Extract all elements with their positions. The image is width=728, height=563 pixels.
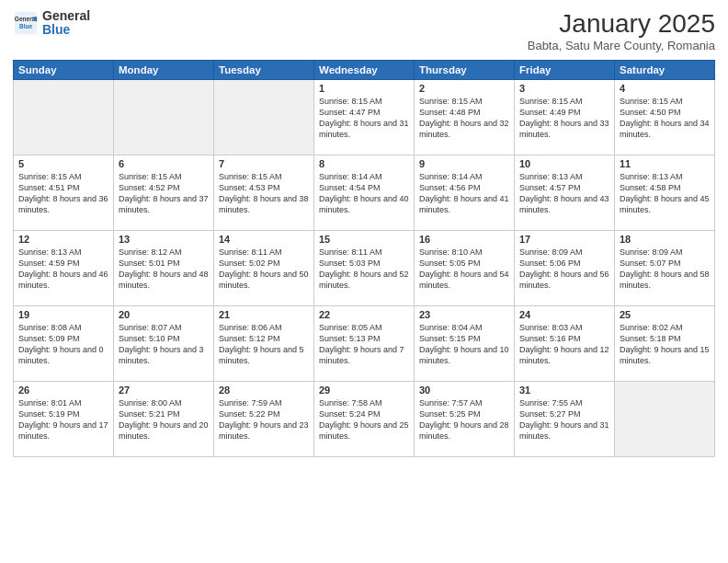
- calendar-cell: 7Sunrise: 8:15 AMSunset: 4:53 PMDaylight…: [214, 155, 314, 231]
- calendar-cell: [14, 80, 114, 155]
- calendar-cell: [615, 382, 715, 457]
- calendar-cell: 25Sunrise: 8:02 AMSunset: 5:18 PMDayligh…: [615, 306, 715, 382]
- day-number: 11: [620, 158, 710, 169]
- day-number: 20: [119, 309, 209, 320]
- day-info: Sunrise: 8:05 AMSunset: 5:13 PMDaylight:…: [319, 322, 409, 367]
- calendar-cell: 18Sunrise: 8:09 AMSunset: 5:07 PMDayligh…: [615, 231, 715, 306]
- title-block: January 2025 Babta, Satu Mare County, Ro…: [528, 9, 715, 52]
- calendar-cell: 27Sunrise: 8:00 AMSunset: 5:21 PMDayligh…: [114, 382, 214, 457]
- logo-blue-text: Blue: [42, 23, 90, 37]
- svg-text:Blue: Blue: [19, 23, 32, 29]
- day-number: 15: [319, 234, 409, 245]
- calendar-week-2: 5Sunrise: 8:15 AMSunset: 4:51 PMDaylight…: [14, 155, 715, 231]
- logo-text: General Blue: [42, 9, 90, 38]
- day-number: 29: [319, 385, 409, 396]
- day-info: Sunrise: 8:14 AMSunset: 4:56 PMDaylight:…: [419, 171, 509, 216]
- day-info: Sunrise: 8:06 AMSunset: 5:12 PMDaylight:…: [219, 322, 309, 367]
- day-number: 12: [18, 234, 108, 245]
- day-info: Sunrise: 7:58 AMSunset: 5:24 PMDaylight:…: [319, 397, 409, 442]
- day-info: Sunrise: 8:13 AMSunset: 4:59 PMDaylight:…: [18, 247, 108, 292]
- day-number: 8: [319, 158, 409, 169]
- location-subtitle: Babta, Satu Mare County, Romania: [528, 39, 715, 52]
- day-info: Sunrise: 8:04 AMSunset: 5:15 PMDaylight:…: [419, 322, 509, 367]
- day-header-monday: Monday: [114, 61, 214, 80]
- day-info: Sunrise: 8:09 AMSunset: 5:06 PMDaylight:…: [519, 247, 609, 292]
- logo-icon: General Blue: [13, 10, 39, 36]
- calendar-cell: 8Sunrise: 8:14 AMSunset: 4:54 PMDaylight…: [314, 155, 415, 231]
- day-info: Sunrise: 8:07 AMSunset: 5:10 PMDaylight:…: [119, 322, 209, 367]
- calendar-cell: 15Sunrise: 8:11 AMSunset: 5:03 PMDayligh…: [314, 231, 415, 306]
- day-number: 18: [620, 234, 710, 245]
- calendar-week-3: 12Sunrise: 8:13 AMSunset: 4:59 PMDayligh…: [14, 231, 715, 306]
- day-number: 30: [419, 385, 509, 396]
- day-info: Sunrise: 8:15 AMSunset: 4:52 PMDaylight:…: [119, 171, 209, 216]
- day-number: 25: [620, 309, 710, 320]
- day-number: 26: [18, 385, 108, 396]
- day-header-friday: Friday: [515, 61, 615, 80]
- day-info: Sunrise: 7:59 AMSunset: 5:22 PMDaylight:…: [219, 397, 309, 442]
- calendar-cell: 31Sunrise: 7:55 AMSunset: 5:27 PMDayligh…: [515, 382, 615, 457]
- day-info: Sunrise: 8:00 AMSunset: 5:21 PMDaylight:…: [119, 397, 209, 442]
- calendar-page: General Blue General Blue January 2025 B…: [0, 0, 728, 563]
- day-info: Sunrise: 8:15 AMSunset: 4:51 PMDaylight:…: [18, 171, 108, 216]
- day-number: 10: [519, 158, 609, 169]
- day-info: Sunrise: 8:03 AMSunset: 5:16 PMDaylight:…: [519, 322, 609, 367]
- day-info: Sunrise: 8:15 AMSunset: 4:53 PMDaylight:…: [219, 171, 309, 216]
- logo: General Blue General Blue: [13, 9, 90, 38]
- day-info: Sunrise: 8:01 AMSunset: 5:19 PMDaylight:…: [18, 397, 108, 442]
- day-number: 9: [419, 158, 509, 169]
- calendar-cell: 3Sunrise: 8:15 AMSunset: 4:49 PMDaylight…: [515, 80, 615, 155]
- calendar-cell: 26Sunrise: 8:01 AMSunset: 5:19 PMDayligh…: [14, 382, 114, 457]
- calendar-table: SundayMondayTuesdayWednesdayThursdayFrid…: [13, 60, 715, 457]
- day-info: Sunrise: 8:09 AMSunset: 5:07 PMDaylight:…: [620, 247, 710, 292]
- calendar-week-5: 26Sunrise: 8:01 AMSunset: 5:19 PMDayligh…: [14, 382, 715, 457]
- calendar-cell: 2Sunrise: 8:15 AMSunset: 4:48 PMDaylight…: [415, 80, 515, 155]
- day-number: 22: [319, 309, 409, 320]
- calendar-cell: 22Sunrise: 8:05 AMSunset: 5:13 PMDayligh…: [314, 306, 415, 382]
- calendar-cell: 12Sunrise: 8:13 AMSunset: 4:59 PMDayligh…: [14, 231, 114, 306]
- day-info: Sunrise: 8:15 AMSunset: 4:49 PMDaylight:…: [519, 96, 609, 141]
- day-number: 24: [519, 309, 609, 320]
- day-header-tuesday: Tuesday: [214, 61, 314, 80]
- day-header-saturday: Saturday: [615, 61, 715, 80]
- calendar-cell: 24Sunrise: 8:03 AMSunset: 5:16 PMDayligh…: [515, 306, 615, 382]
- calendar-cell: 5Sunrise: 8:15 AMSunset: 4:51 PMDaylight…: [14, 155, 114, 231]
- day-info: Sunrise: 8:15 AMSunset: 4:50 PMDaylight:…: [620, 96, 710, 141]
- calendar-cell: [114, 80, 214, 155]
- calendar-cell: 29Sunrise: 7:58 AMSunset: 5:24 PMDayligh…: [314, 382, 415, 457]
- day-number: 4: [620, 83, 710, 94]
- day-info: Sunrise: 7:55 AMSunset: 5:27 PMDaylight:…: [519, 397, 609, 442]
- calendar-cell: 9Sunrise: 8:14 AMSunset: 4:56 PMDaylight…: [415, 155, 515, 231]
- svg-text:General: General: [15, 17, 37, 23]
- day-info: Sunrise: 8:15 AMSunset: 4:48 PMDaylight:…: [419, 96, 509, 141]
- day-info: Sunrise: 8:12 AMSunset: 5:01 PMDaylight:…: [119, 247, 209, 292]
- calendar-cell: 1Sunrise: 8:15 AMSunset: 4:47 PMDaylight…: [314, 80, 415, 155]
- day-info: Sunrise: 8:13 AMSunset: 4:57 PMDaylight:…: [519, 171, 609, 216]
- calendar-cell: [214, 80, 314, 155]
- logo-general-text: General: [42, 9, 90, 23]
- day-number: 13: [119, 234, 209, 245]
- calendar-cell: 11Sunrise: 8:13 AMSunset: 4:58 PMDayligh…: [615, 155, 715, 231]
- day-info: Sunrise: 8:11 AMSunset: 5:03 PMDaylight:…: [319, 247, 409, 292]
- calendar-cell: 14Sunrise: 8:11 AMSunset: 5:02 PMDayligh…: [214, 231, 314, 306]
- calendar-week-1: 1Sunrise: 8:15 AMSunset: 4:47 PMDaylight…: [14, 80, 715, 155]
- calendar-cell: 20Sunrise: 8:07 AMSunset: 5:10 PMDayligh…: [114, 306, 214, 382]
- calendar-cell: 21Sunrise: 8:06 AMSunset: 5:12 PMDayligh…: [214, 306, 314, 382]
- day-info: Sunrise: 8:13 AMSunset: 4:58 PMDaylight:…: [620, 171, 710, 216]
- day-info: Sunrise: 7:57 AMSunset: 5:25 PMDaylight:…: [419, 397, 509, 442]
- day-number: 19: [18, 309, 108, 320]
- day-number: 1: [319, 83, 409, 94]
- calendar-cell: 28Sunrise: 7:59 AMSunset: 5:22 PMDayligh…: [214, 382, 314, 457]
- day-number: 21: [219, 309, 309, 320]
- day-number: 28: [219, 385, 309, 396]
- day-number: 31: [519, 385, 609, 396]
- calendar-cell: 4Sunrise: 8:15 AMSunset: 4:50 PMDaylight…: [615, 80, 715, 155]
- day-number: 2: [419, 83, 509, 94]
- calendar-cell: 30Sunrise: 7:57 AMSunset: 5:25 PMDayligh…: [415, 382, 515, 457]
- day-number: 6: [119, 158, 209, 169]
- calendar-header-row: SundayMondayTuesdayWednesdayThursdayFrid…: [14, 61, 715, 80]
- day-header-wednesday: Wednesday: [314, 61, 415, 80]
- header: General Blue General Blue January 2025 B…: [13, 9, 715, 52]
- day-number: 5: [18, 158, 108, 169]
- day-info: Sunrise: 8:11 AMSunset: 5:02 PMDaylight:…: [219, 247, 309, 292]
